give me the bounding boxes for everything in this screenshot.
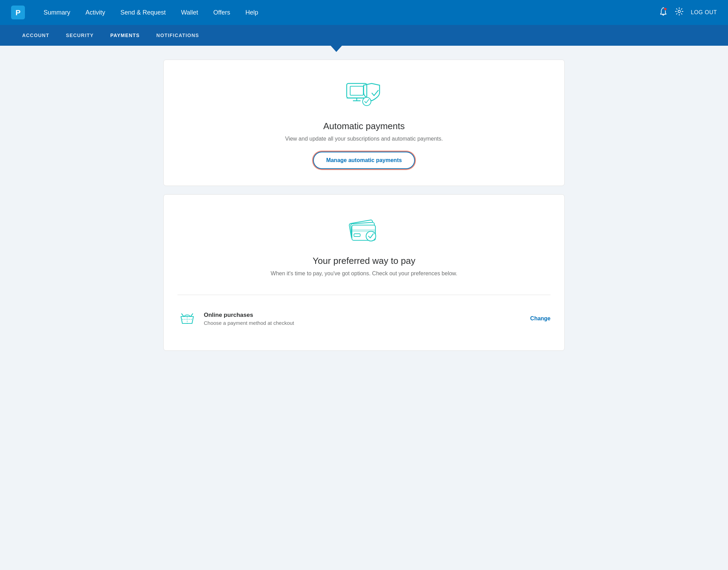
automatic-payments-icon: [343, 77, 385, 113]
nav-links: Summary Activity Send & Request Wallet O…: [36, 1, 659, 25]
subnav-account[interactable]: ACCOUNT: [14, 26, 57, 44]
preferred-payment-title: Your preferred way to pay: [313, 256, 416, 266]
paypal-logo: P: [11, 6, 25, 19]
automatic-payments-desc: View and update all your subscriptions a…: [285, 136, 443, 142]
preferred-payment-card: Your preferred way to pay When it's time…: [163, 194, 565, 351]
online-purchases-change-link[interactable]: Change: [530, 315, 550, 322]
notification-icon[interactable]: [659, 7, 668, 18]
nav-link-send-request[interactable]: Send & Request: [113, 1, 173, 25]
online-purchases-content: Online purchases Choose a payment method…: [204, 312, 530, 326]
subnav-payments[interactable]: PAYMENTS: [102, 26, 148, 44]
subnav-security[interactable]: SECURITY: [57, 26, 102, 44]
svg-rect-5: [350, 86, 363, 95]
nav-right: LOG OUT: [659, 7, 717, 18]
preferred-payment-header: Your preferred way to pay When it's time…: [178, 211, 550, 286]
preferred-payment-desc: When it's time to pay, you've got option…: [271, 270, 457, 277]
online-purchases-icon: [178, 309, 197, 328]
nav-link-activity[interactable]: Activity: [78, 1, 113, 25]
online-purchases-row: Online purchases Choose a payment method…: [178, 303, 550, 334]
automatic-payments-card: Automatic payments View and update all y…: [163, 60, 565, 186]
automatic-payments-title: Automatic payments: [323, 121, 405, 132]
main-content: Automatic payments View and update all y…: [156, 60, 572, 351]
logout-button[interactable]: LOG OUT: [691, 9, 717, 16]
settings-icon[interactable]: [675, 7, 684, 18]
nav-link-offers[interactable]: Offers: [206, 1, 238, 25]
top-nav: P Summary Activity Send & Request Wallet…: [0, 0, 728, 25]
manage-automatic-payments-button[interactable]: Manage automatic payments: [313, 152, 415, 169]
svg-text:P: P: [16, 8, 21, 17]
nav-link-summary[interactable]: Summary: [36, 1, 78, 25]
subnav-notifications[interactable]: NOTIFICATIONS: [148, 26, 207, 44]
nav-link-help[interactable]: Help: [238, 1, 266, 25]
card-divider: [178, 295, 550, 295]
online-purchases-subtitle: Choose a payment method at checkout: [204, 320, 530, 326]
sub-nav: ACCOUNT SECURITY PAYMENTS NOTIFICATIONS: [0, 25, 728, 46]
svg-point-2: [664, 8, 667, 10]
online-purchases-title: Online purchases: [204, 312, 530, 319]
svg-point-15: [366, 231, 376, 241]
svg-point-3: [678, 10, 681, 13]
subnav-arrow: [330, 45, 343, 52]
preferred-payment-icon: [345, 211, 383, 247]
nav-link-wallet[interactable]: Wallet: [173, 1, 206, 25]
